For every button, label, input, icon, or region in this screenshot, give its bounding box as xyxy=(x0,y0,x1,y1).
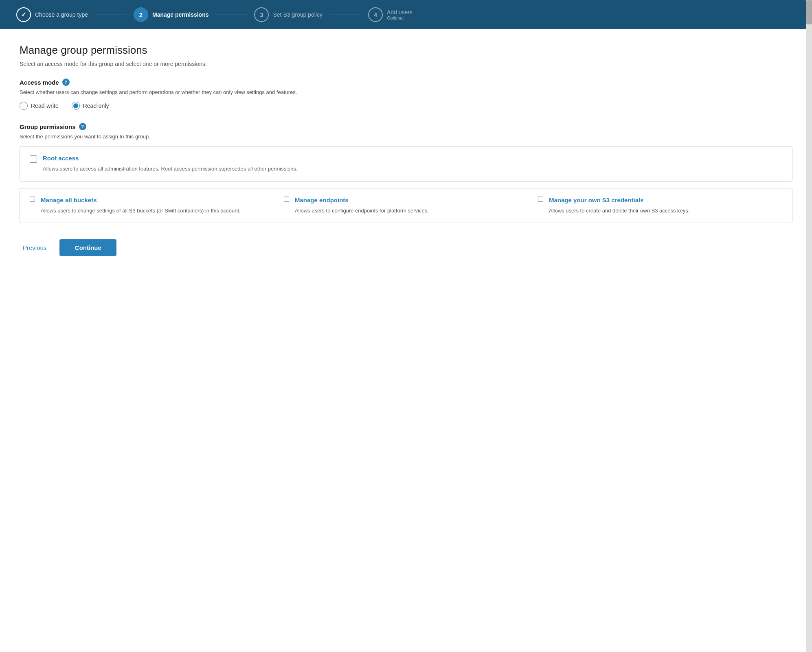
scrollbar[interactable] xyxy=(806,0,812,652)
group-permissions-label: Group permissions ? xyxy=(20,123,792,130)
access-mode-radio-group: Read-write Read-only xyxy=(20,102,792,110)
manage-own-s3-credentials-description: Allows users to create and delete their … xyxy=(549,207,689,215)
access-mode-description: Select whether users can change settings… xyxy=(20,89,792,95)
manage-endpoints-checkbox[interactable] xyxy=(284,197,289,202)
main-content: Manage group permissions Select an acces… xyxy=(0,29,812,652)
continue-button[interactable]: Continue xyxy=(59,239,116,256)
footer-actions: Previous Continue xyxy=(20,239,792,256)
manage-all-buckets-content: Manage all buckets Allows users to chang… xyxy=(41,197,241,215)
radio-read-write[interactable]: Read-write xyxy=(20,102,59,110)
group-permissions-help-icon[interactable]: ? xyxy=(79,123,86,130)
step-connector-1 xyxy=(94,15,127,15)
root-access-title: Root access xyxy=(43,155,298,162)
access-mode-help-icon[interactable]: ? xyxy=(62,79,70,86)
group-permissions-section: Group permissions ? Select the permissio… xyxy=(20,123,792,223)
manage-endpoints-col: Manage endpoints Allows users to configu… xyxy=(284,197,528,215)
step-3-circle: 3 xyxy=(254,7,269,22)
root-access-description: Allows users to access all administratio… xyxy=(43,165,298,173)
step-2-circle: 2 xyxy=(134,7,148,22)
step-add-users: 4 Add users Optional xyxy=(368,7,413,22)
wizard-header: ✓ Choose a group type 2 Manage permissio… xyxy=(0,0,812,29)
step-4-circle: 4 xyxy=(368,7,383,22)
manage-all-buckets-col: Manage all buckets Allows users to chang… xyxy=(30,197,274,215)
step-1-label: Choose a group type xyxy=(35,11,88,18)
step-3-label: Set S3 group policy xyxy=(273,11,322,18)
step-1-circle: ✓ xyxy=(16,7,31,22)
root-access-content: Root access Allows users to access all a… xyxy=(43,155,298,173)
page-subtitle: Select an access mode for this group and… xyxy=(20,61,792,67)
step-manage-permissions: 2 Manage permissions xyxy=(134,7,209,22)
group-permissions-description: Select the permissions you want to assig… xyxy=(20,133,792,140)
other-permissions-box: Manage all buckets Allows users to chang… xyxy=(20,188,792,223)
permission-grid: Manage all buckets Allows users to chang… xyxy=(30,197,782,215)
previous-button[interactable]: Previous xyxy=(20,240,50,255)
root-access-checkbox[interactable] xyxy=(30,155,37,163)
manage-endpoints-description: Allows users to configure endpoints for … xyxy=(295,207,429,215)
step-choose-group-type: ✓ Choose a group type xyxy=(16,7,88,22)
manage-own-s3-credentials-content: Manage your own S3 credentials Allows us… xyxy=(549,197,689,215)
manage-all-buckets-description: Allows users to change settings of all S… xyxy=(41,207,241,215)
step-set-s3-group-policy: 3 Set S3 group policy xyxy=(254,7,322,22)
manage-endpoints-content: Manage endpoints Allows users to configu… xyxy=(295,197,429,215)
step-connector-3 xyxy=(329,15,362,15)
radio-read-only[interactable]: Read-only xyxy=(72,102,109,110)
manage-own-s3-credentials-title: Manage your own S3 credentials xyxy=(549,197,689,203)
radio-read-only-input[interactable] xyxy=(72,102,80,110)
manage-endpoints-title: Manage endpoints xyxy=(295,197,429,203)
step-2-label: Manage permissions xyxy=(152,11,209,18)
manage-own-s3-credentials-checkbox[interactable] xyxy=(538,197,543,202)
step-4-label: Add users xyxy=(387,9,413,15)
access-mode-label: Access mode ? xyxy=(20,79,792,86)
root-access-item: Root access Allows users to access all a… xyxy=(30,155,782,173)
step-connector-2 xyxy=(215,15,248,15)
manage-all-buckets-checkbox[interactable] xyxy=(30,197,35,202)
radio-read-only-label: Read-only xyxy=(83,103,109,109)
manage-own-s3-credentials-col: Manage your own S3 credentials Allows us… xyxy=(538,197,782,215)
manage-all-buckets-title: Manage all buckets xyxy=(41,197,241,203)
root-access-box: Root access Allows users to access all a… xyxy=(20,146,792,182)
step-4-sublabel: Optional xyxy=(387,15,413,20)
access-mode-section: Access mode ? Select whether users can c… xyxy=(20,79,792,110)
radio-read-write-input[interactable] xyxy=(20,102,28,110)
page-title: Manage group permissions xyxy=(20,44,792,57)
radio-read-write-label: Read-write xyxy=(31,103,59,109)
scroll-thumb[interactable] xyxy=(806,0,812,24)
